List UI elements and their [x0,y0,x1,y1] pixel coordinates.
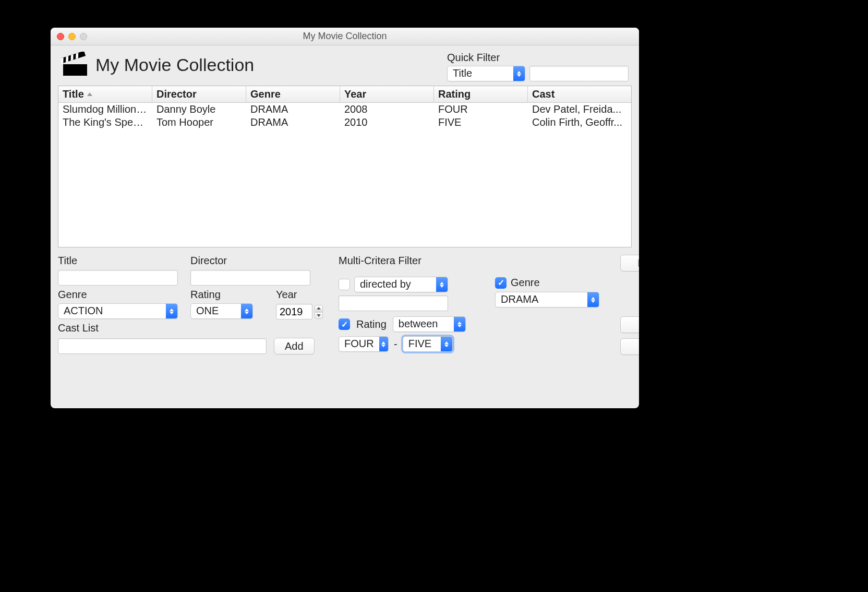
rating-mode-select[interactable]: between [393,316,466,332]
cast-list-label: Cast List [58,322,333,335]
column-header-director[interactable]: Director [152,86,246,102]
range-dash: - [394,338,397,350]
year-stepper [276,303,333,320]
add-button[interactable]: Add [274,338,315,354]
directed-by-select[interactable]: directed by [354,277,448,292]
return-button[interactable]: Return [620,338,639,355]
directed-by-input[interactable] [339,295,448,311]
chevron-updown-icon [441,337,452,351]
chevron-updown-icon [436,277,448,292]
chevron-updown-icon [166,304,177,318]
rating-select[interactable]: ONE [190,303,253,319]
sort-asc-icon [87,92,92,96]
rating-to-select[interactable]: FIVE [403,336,453,352]
year-input[interactable] [276,304,312,319]
chevron-updown-icon [241,304,252,318]
column-header-year[interactable]: Year [340,86,434,102]
genre-filter-checkbox[interactable] [495,277,507,289]
directed-by-checkbox[interactable] [339,279,350,290]
quick-filter-select[interactable]: Title [447,66,525,81]
app-title: My Movie Collection [95,55,254,75]
close-button[interactable] [57,33,64,40]
director-input[interactable] [190,270,310,286]
year-label: Year [276,289,333,302]
column-header-title[interactable]: Title [58,86,152,102]
rating-from-select[interactable]: FOUR [339,336,389,352]
column-header-cast[interactable]: Cast [528,86,631,102]
genre-select[interactable]: ACTION [58,303,178,319]
director-label: Director [190,255,333,268]
svg-rect-3 [66,56,68,62]
svg-rect-2 [61,57,64,64]
genre-filter-select[interactable]: DRAMA [495,292,599,307]
rating-filter-checkbox[interactable] [339,318,350,330]
title-label: Title [58,255,183,268]
quick-filter-label: Quick Filter [447,52,629,64]
cast-list-input[interactable] [58,338,267,354]
chevron-updown-icon [513,66,525,81]
table-row[interactable]: Slumdog Millionaire Danny Boyle DRAMA 20… [58,103,631,116]
chevron-updown-icon [587,292,599,307]
column-header-rating[interactable]: Rating [434,86,528,102]
year-step-up[interactable] [315,305,323,312]
search-button[interactable]: Search [620,316,639,333]
clapperboard-icon [61,52,89,78]
title-input[interactable] [58,270,178,286]
year-step-down[interactable] [315,312,323,319]
remove-button[interactable]: Remove [620,255,639,271]
column-header-genre[interactable]: Genre [246,86,340,102]
rating-filter-label: Rating [356,318,387,330]
titlebar: My Movie Collection [51,28,639,45]
svg-rect-5 [76,53,78,59]
svg-rect-0 [63,64,87,76]
window-title: My Movie Collection [51,31,639,42]
chevron-updown-icon [379,337,388,351]
chevron-updown-icon [454,317,465,331]
svg-rect-4 [71,54,74,61]
minimize-button[interactable] [68,33,76,40]
genre-filter-label: Genre [511,277,540,289]
window: My Movie Collection [51,28,639,408]
movies-table[interactable]: Title Director Genre Year Rating Cast Sl… [58,86,632,247]
multi-criteria-filter-label: Multi-Critera Filter [339,255,610,267]
maximize-button[interactable] [80,33,87,40]
quick-filter-input[interactable] [529,66,629,81]
quick-filter-select-value: Title [448,66,513,81]
svg-rect-1 [61,52,86,63]
table-row[interactable]: The King's Speech Tom Hooper DRAMA 2010 … [58,116,631,129]
rating-label: Rating [190,289,269,302]
genre-label: Genre [58,289,183,302]
